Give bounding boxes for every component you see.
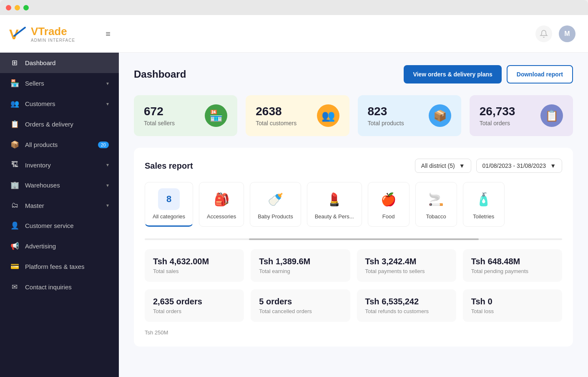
stat-info-products: 823 Total products (368, 105, 404, 127)
category-tobacco[interactable]: 🚬 Tobacco (415, 182, 457, 227)
metric-label-pending_payments: Total pending payments (471, 268, 554, 274)
category-toiletries[interactable]: 🧴 Toiletries (463, 182, 505, 227)
metrics-grid-1: Tsh 4,632.00M Total sales Tsh 1,389.6M T… (145, 249, 562, 282)
nav-icon-dashboard: ⊞ (10, 58, 19, 67)
main-inner: Dashboard View orders & delivery plans D… (119, 53, 588, 359)
menu-toggle[interactable]: ≡ (106, 29, 111, 39)
category-label-food: Food (382, 213, 395, 220)
stat-info-sellers: 672 Total sellers (144, 105, 175, 127)
sidebar-header: V VTrade ADMIN INTERFACE ≡ (0, 15, 119, 53)
nav-icon-customers: 👥 (10, 99, 19, 108)
sidebar-item-dashboard[interactable]: ⊞ Dashboard (0, 53, 119, 73)
logo-text: VTrade ADMIN INTERFACE (31, 25, 75, 43)
category-accessories[interactable]: 🎒 Accessories (199, 182, 244, 227)
topbar: M (119, 15, 588, 53)
page-header: Dashboard View orders & delivery plans D… (134, 65, 573, 83)
logo-brand: VTrade (31, 25, 75, 38)
report-title: Sales report (145, 161, 193, 171)
category-baby[interactable]: 🍼 Baby Products (250, 182, 301, 227)
scroll-thumb[interactable] (249, 238, 479, 240)
maximize-button[interactable] (23, 5, 29, 10)
category-emoji-food: 🍎 (378, 188, 400, 210)
sidebar-item-sellers[interactable]: 🏪 Sellers ▾ (0, 73, 119, 94)
nav-label-orders: Orders & delivery (25, 121, 109, 128)
report-filters: All district (5) ▼ 01/08/2023 - 31/08/20… (415, 159, 562, 173)
nav-icon-fees: 💳 (10, 262, 19, 271)
category-emoji-accessories: 🎒 (211, 188, 232, 210)
sidebar-item-inquiries[interactable]: ✉ Contact inquiries (0, 277, 119, 297)
sidebar-item-master[interactable]: 🗂 Master ▾ (0, 195, 119, 215)
stat-icon-orders: 📋 (540, 104, 563, 127)
header-buttons: View orders & delivery plans Download re… (404, 65, 573, 83)
category-emoji-toiletries: 🧴 (473, 188, 495, 210)
metric-value-total_earning: Tsh 1,389.6M (259, 257, 342, 266)
logo-icon: V (8, 24, 28, 43)
metric-label-refunds: Total refunds to customers (365, 308, 448, 314)
nav-label-dashboard: Dashboard (25, 59, 109, 66)
stat-label-products: Total products (368, 120, 404, 127)
metric-label-total_sales: Total sales (153, 268, 236, 274)
stat-label-customers: Total customers (256, 120, 297, 127)
minimize-button[interactable] (15, 5, 20, 10)
category-label-all: All categories (153, 213, 185, 220)
nav-icon-customerservice: 👤 (10, 221, 19, 230)
stat-number-sellers: 672 (144, 105, 175, 118)
nav-label-sellers: Sellers (25, 80, 101, 87)
download-report-button[interactable]: Download report (507, 65, 573, 83)
sidebar-item-orders[interactable]: 📋 Orders & delivery (0, 114, 119, 134)
category-label-tobacco: Tobacco (426, 213, 446, 220)
view-orders-button[interactable]: View orders & delivery plans (404, 65, 501, 83)
metric-card-cancelled_orders: 5 orders Total cancelled orders (251, 289, 350, 322)
date-filter[interactable]: 01/08/2023 - 31/08/2023 ▼ (476, 159, 562, 173)
metric-value-total_sales: Tsh 4,632.00M (153, 257, 236, 266)
nav-icon-sellers: 🏪 (10, 79, 19, 88)
chevron-icon-warehouses: ▾ (106, 182, 109, 188)
nav-label-customerservice: Customer service (25, 222, 109, 229)
logo: V VTrade ADMIN INTERFACE (8, 24, 75, 43)
sidebar-item-customerservice[interactable]: 👤 Customer service (0, 215, 119, 236)
chevron-icon-master: ▾ (106, 202, 109, 208)
page-title: Dashboard (134, 68, 186, 80)
nav-icon-inquiries: ✉ (10, 283, 19, 291)
nav-container: ⊞ Dashboard 🏪 Sellers ▾ 👥 Customers ▾ 📋 … (0, 53, 119, 297)
district-filter[interactable]: All district (5) ▼ (415, 159, 471, 173)
report-header: Sales report All district (5) ▼ 01/08/20… (145, 159, 562, 173)
window-chrome (0, 0, 588, 15)
nav-icon-warehouses: 🏢 (10, 181, 19, 190)
stats-grid: 672 Total sellers 🏪 2638 Total customers… (134, 95, 573, 136)
sidebar-item-fees[interactable]: 💳 Platform fees & taxes (0, 256, 119, 277)
category-label-toiletries: Toiletries (473, 213, 494, 220)
metric-value-refunds: Tsh 6,535,242 (365, 297, 448, 306)
stat-number-products: 823 (368, 105, 404, 118)
metric-card-total_earning: Tsh 1,389.6M Total earning (251, 249, 350, 282)
category-all[interactable]: 8 All categories (145, 182, 193, 227)
sidebar-item-allproducts[interactable]: 📦 All products 20 (0, 134, 119, 155)
nav-label-master: Master (25, 202, 101, 209)
metric-value-cancelled_orders: 5 orders (259, 297, 342, 306)
category-food[interactable]: 🍎 Food (368, 182, 410, 227)
metric-card-payments_sellers: Tsh 3,242.4M Total payments to sellers (357, 249, 456, 282)
stat-label-orders: Total orders (480, 120, 515, 127)
category-emoji-beauty: 💄 (324, 188, 345, 210)
notification-bell[interactable] (535, 25, 552, 42)
nav-label-fees: Platform fees & taxes (25, 263, 109, 270)
chevron-icon-inventory: ▾ (106, 162, 109, 168)
user-avatar[interactable]: M (559, 25, 575, 42)
metrics-grid-2: 2,635 orders Total orders 5 orders Total… (145, 289, 562, 322)
stat-card-customers: 2638 Total customers 👥 (246, 95, 349, 136)
category-emoji-tobacco: 🚬 (425, 188, 447, 210)
chevron-down-icon: ▼ (459, 162, 465, 169)
sidebar-item-inventory[interactable]: 🏗 Inventory ▾ (0, 155, 119, 175)
bell-icon (540, 30, 548, 38)
sidebar-item-warehouses[interactable]: 🏢 Warehouses ▾ (0, 175, 119, 195)
metric-card-total_orders: 2,635 orders Total orders (145, 289, 244, 322)
stat-card-orders: 26,733 Total orders 📋 (470, 95, 573, 136)
nav-label-customers: Customers (25, 100, 101, 107)
sidebar-item-customers[interactable]: 👥 Customers ▾ (0, 94, 119, 114)
category-beauty[interactable]: 💄 Beauty & Pers... (307, 182, 362, 227)
stat-card-products: 823 Total products 📦 (358, 95, 461, 136)
close-button[interactable] (6, 5, 11, 10)
sidebar-item-advertising[interactable]: 📢 Advertising (0, 236, 119, 256)
metric-label-total_earning: Total earning (259, 268, 342, 274)
stat-number-orders: 26,733 (480, 105, 515, 118)
